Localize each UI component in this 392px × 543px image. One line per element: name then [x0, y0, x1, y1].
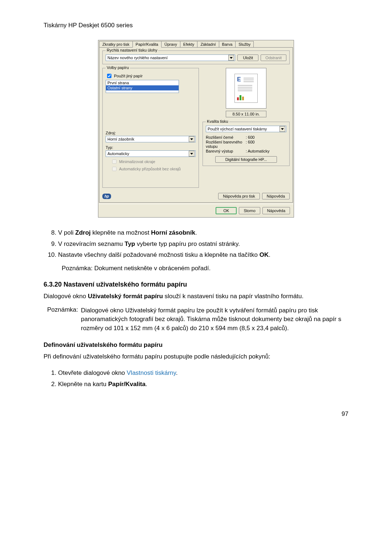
delete-button: Odstranit	[261, 54, 286, 61]
quick-settings-group: Rychlá nastavení tisku úlohy Název novéh…	[102, 50, 290, 64]
use-other-paper-checkbox[interactable]: Použít jiný papír	[106, 73, 196, 79]
quality-combo[interactable]: Použít výchozí nastavení tiskárny	[206, 126, 286, 132]
help-button-2[interactable]: Nápověda	[262, 207, 290, 214]
subsection-title: Definování uživatelského formátu papíru	[44, 341, 348, 349]
steps-list-1: V poli Zdroj klepněte na možnost Horní z…	[44, 228, 348, 260]
chevron-down-icon[interactable]	[228, 55, 234, 61]
hp-logo-icon: hp	[102, 194, 111, 199]
page-preview: E	[226, 68, 266, 109]
section-title: 6.3.20 Nastavení uživatelského formátu p…	[44, 281, 348, 288]
source-combo[interactable]: Horní zásobník	[106, 136, 196, 142]
page-number: 97	[44, 410, 348, 418]
note-2: Poznámka: Dialogové okno Uživatelský for…	[47, 306, 348, 333]
section-paragraph: Dialogové okno Uživatelský formát papíru…	[44, 292, 348, 301]
printer-properties-link[interactable]: Vlastnosti tiskárny	[127, 369, 176, 376]
step-8: V poli Zdroj klepněte na možnost Horní z…	[58, 228, 348, 238]
step-9: V rozevíracím seznamu Typ vyberte typ pa…	[58, 240, 348, 249]
step-10: Nastavte všechny další požadované možnos…	[58, 251, 348, 260]
source-label: Zdroj:	[106, 131, 196, 135]
dialog-screenshot: Zkratky pro tisk Papír/Kvalita Úpravy Ef…	[98, 40, 294, 218]
paper-options-title: Volby papíru	[106, 65, 130, 70]
tab-services[interactable]: Služby	[235, 41, 254, 48]
hp-photo-button[interactable]: Digitální fotografie HP...	[215, 156, 277, 163]
tab-strip: Zkratky pro tisk Papír/Kvalita Úpravy Ef…	[98, 41, 294, 48]
type-combo[interactable]: Automaticky	[106, 150, 196, 157]
step-2: Klepněte na kartu Papír/Kvalita.	[58, 380, 348, 389]
tab-shortcuts[interactable]: Zkratky pro tisk	[99, 41, 133, 48]
subsection-paragraph: Při definování uživatelského formátu pap…	[44, 352, 348, 361]
tab-adjustments[interactable]: Úpravy	[161, 41, 180, 48]
cancel-button[interactable]: Storno	[239, 207, 260, 214]
tab-effects[interactable]: Efekty	[180, 41, 198, 48]
help-print-button[interactable]: Nápověda pro tisk	[218, 193, 260, 199]
chevron-down-icon[interactable]	[279, 126, 285, 132]
auto-fit-checkbox: Automaticky přizpůsobit bez okrajů	[111, 166, 196, 172]
preview-e-icon: E	[237, 76, 241, 83]
pages-listbox[interactable]: První strana Ostatní strany	[106, 80, 179, 93]
paper-options-group: Volby papíru Použít jiný papír První str…	[102, 68, 199, 188]
minimize-margins-checkbox: Minimalizovat okraje	[111, 158, 196, 165]
steps-list-2: Otevřete dialogové okno Vlastnosti tiská…	[44, 369, 348, 389]
page-header: Tiskárny HP Deskjet 6500 series	[44, 22, 348, 29]
other-pages-item[interactable]: Ostatní strany	[106, 85, 179, 90]
tab-color[interactable]: Barva	[219, 41, 236, 48]
help-button[interactable]: Nápověda	[262, 193, 290, 199]
chevron-down-icon[interactable]	[189, 136, 195, 142]
type-label: Typ:	[106, 145, 196, 150]
step-1: Otevřete dialogové okno Vlastnosti tiská…	[58, 369, 348, 378]
quick-settings-combo[interactable]: Název nového rychlého nastavení	[106, 54, 235, 61]
first-page-item[interactable]: První strana	[106, 80, 179, 85]
tab-paper-quality[interactable]: Papír/Kvalita	[132, 41, 162, 48]
tab-basic[interactable]: Základní	[197, 41, 219, 48]
quick-settings-title: Rychlá nastavení tisku úlohy	[106, 48, 158, 52]
save-button[interactable]: Uložit	[237, 54, 258, 61]
quality-group: Kvalita tisku Použít výchozí nastavení t…	[203, 122, 290, 166]
ok-button[interactable]: OK	[216, 207, 237, 214]
quality-title: Kvalita tisku	[206, 119, 229, 123]
chevron-down-icon[interactable]	[189, 151, 195, 157]
note-1: Poznámka: Dokument netiskněte v obrácené…	[62, 265, 348, 272]
preview-size: 8.50 x 11.00 in.	[226, 111, 266, 117]
